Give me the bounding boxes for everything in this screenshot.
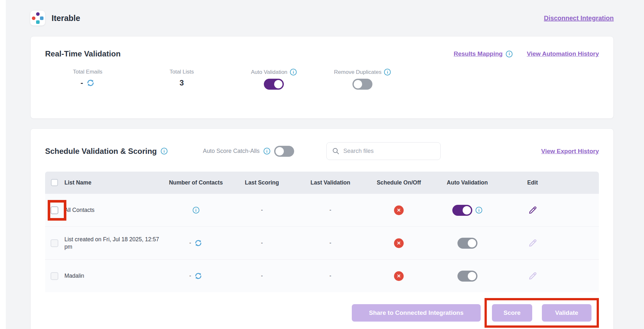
search-input[interactable] — [326, 142, 441, 160]
schedule-validation-title: Schedule Validation & Scoring — [45, 147, 157, 156]
auto-score-label: Auto Score Catch-Alls — [203, 148, 260, 155]
left-edge-strip — [0, 0, 6, 329]
info-icon[interactable]: i — [476, 207, 482, 214]
row-auto-validation-toggle[interactable] — [457, 271, 477, 282]
page-title: Iterable — [52, 14, 80, 23]
edit-pencil-icon[interactable] — [528, 205, 537, 215]
disconnect-integration-link[interactable]: Disconnect Integration — [544, 15, 614, 22]
info-icon[interactable]: i — [290, 69, 297, 75]
share-to-integrations-button[interactable]: Share to Connected Integrations — [352, 304, 481, 322]
schedule-off-icon: ✕ — [394, 205, 404, 215]
refresh-icon[interactable] — [194, 239, 202, 247]
row-checkbox[interactable] — [51, 206, 58, 214]
remove-duplicates-stat: Remove Duplicates i — [324, 69, 401, 91]
iterable-integration-page: Iterable Disconnect Integration Real-Tim… — [0, 0, 644, 329]
iterable-logo — [30, 11, 45, 25]
total-emails-value: - — [81, 78, 83, 87]
row-checkbox[interactable] — [51, 239, 58, 247]
refresh-icon[interactable] — [86, 79, 95, 87]
last-scoring-value: - — [228, 207, 296, 214]
col-list-name: List Name — [64, 179, 164, 186]
remove-duplicates-label: Remove Duplicates — [334, 69, 381, 75]
total-lists-stat: Total Lists 3 — [143, 69, 220, 87]
logo-dot-teal — [36, 20, 40, 24]
row-auto-validation-toggle[interactable] — [452, 205, 472, 216]
col-auto-validation: Auto Validation — [433, 179, 502, 186]
info-icon[interactable]: i — [384, 69, 391, 75]
info-icon[interactable]: i — [161, 148, 168, 155]
auto-validation-stat: Auto Validation i — [235, 69, 312, 91]
last-scoring-value: - — [228, 273, 296, 279]
col-last-validation: Last Validation — [296, 179, 365, 186]
schedule-validation-card: Schedule Validation & Scoring i Auto Sco… — [30, 128, 614, 329]
search-box — [326, 142, 441, 160]
col-edit: Edit — [502, 179, 563, 186]
auto-validation-label: Auto Validation — [251, 69, 287, 75]
remove-duplicates-toggle[interactable] — [352, 79, 372, 90]
edit-pencil-icon-disabled — [528, 238, 537, 248]
edit-pencil-icon-disabled — [528, 271, 537, 281]
auto-validation-toggle[interactable] — [264, 79, 284, 90]
schedule-off-icon: ✕ — [394, 271, 404, 281]
table-header-row: List Name Number of Contacts Last Scorin… — [45, 172, 599, 194]
view-automation-history-link[interactable]: View Automation History — [527, 50, 599, 57]
last-validation-value: - — [296, 273, 365, 279]
validate-button[interactable]: Validate — [542, 304, 591, 322]
table-row-list-created: List created on Fri, Jul 18 2025, 12:57 … — [45, 226, 599, 259]
last-validation-value: - — [296, 207, 365, 214]
annotation-box-score-validate: Score Validate — [485, 298, 599, 328]
last-scoring-value: - — [228, 240, 296, 246]
col-last-scoring: Last Scoring — [228, 179, 296, 186]
topbar: Iterable Disconnect Integration — [0, 0, 644, 36]
contacts-value: - — [189, 240, 191, 246]
col-schedule-on-off: Schedule On/Off — [365, 179, 433, 186]
info-icon[interactable]: i — [506, 51, 513, 57]
select-all-checkbox[interactable] — [51, 179, 58, 186]
table-row-madalin: Madalin - - - ✕ — [45, 259, 599, 292]
list-name: Madalin — [64, 272, 164, 280]
info-icon[interactable]: i — [264, 148, 270, 155]
info-icon[interactable]: i — [193, 207, 199, 214]
actions-row: Share to Connected Integrations Score Va… — [45, 298, 599, 328]
logo-dot-purple — [36, 12, 40, 16]
list-name: List created on Fri, Jul 18 2025, 12:57 … — [64, 236, 164, 251]
realtime-validation-card: Real-Time Validation Results Mapping i V… — [30, 36, 614, 119]
view-export-history-link[interactable]: View Export History — [541, 148, 599, 155]
last-validation-value: - — [296, 240, 365, 246]
contacts-value: - — [189, 273, 191, 279]
results-mapping-link[interactable]: Results Mapping — [454, 50, 503, 57]
logo-dot-blue — [40, 16, 43, 20]
search-icon — [332, 147, 340, 155]
refresh-icon[interactable] — [194, 272, 202, 280]
table-row-all-contacts: All Contacts i - - ✕ i — [45, 194, 599, 226]
total-emails-label: Total Emails — [49, 69, 126, 75]
col-number-of-contacts: Number of Contacts — [164, 179, 228, 186]
list-name: All Contacts — [64, 206, 164, 214]
row-auto-validation-toggle[interactable] — [457, 238, 477, 249]
total-lists-value: 3 — [143, 78, 220, 87]
auto-score-toggle[interactable] — [274, 146, 294, 157]
realtime-validation-title: Real-Time Validation — [45, 49, 120, 58]
score-button[interactable]: Score — [492, 304, 532, 322]
auto-score-catch-alls: Auto Score Catch-Alls i — [203, 146, 294, 157]
total-emails-stat: Total Emails - — [49, 69, 126, 87]
schedule-off-icon: ✕ — [394, 238, 404, 248]
logo-dot-red — [32, 16, 35, 20]
row-checkbox[interactable] — [51, 272, 58, 280]
lists-table: List Name Number of Contacts Last Scorin… — [45, 172, 599, 292]
total-lists-label: Total Lists — [143, 69, 220, 75]
realtime-stats: Total Emails - Total Lists 3 — [45, 69, 599, 104]
